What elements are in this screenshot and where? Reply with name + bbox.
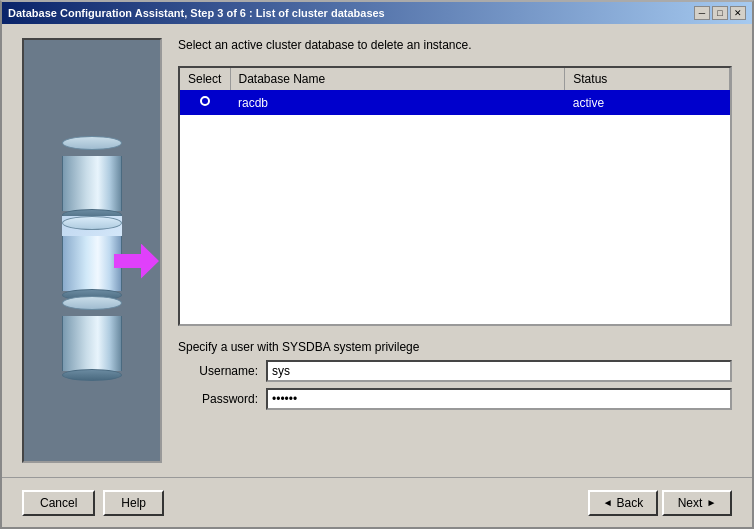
cancel-button[interactable]: Cancel <box>22 490 95 516</box>
bottom-right-buttons: ◄ Back Next ► <box>588 490 732 516</box>
cylinder-bottom-top <box>62 296 122 310</box>
username-row: Username: <box>178 360 732 382</box>
row-database-name: racdb <box>230 90 565 115</box>
pink-arrow-icon <box>114 244 159 279</box>
minimize-button[interactable]: ─ <box>694 6 710 20</box>
content-area: Select an active cluster database to del… <box>2 24 752 477</box>
password-label: Password: <box>178 392 258 406</box>
right-panel: Select an active cluster database to del… <box>178 38 732 463</box>
cylinder-middle-top <box>62 216 122 230</box>
sysdba-section: Specify a user with SYSDBA system privil… <box>178 340 732 416</box>
title-bar: Database Configuration Assistant, Step 3… <box>2 2 752 24</box>
row-status: active <box>565 90 730 115</box>
sysdba-label: Specify a user with SYSDBA system privil… <box>178 340 732 354</box>
db-cylinder-top <box>62 136 122 206</box>
cylinder-top-ellipse <box>62 136 122 150</box>
bottom-left-buttons: Cancel Help <box>22 490 164 516</box>
password-row: Password: <box>178 388 732 410</box>
table-row[interactable]: racdb active <box>180 90 730 115</box>
db-cylinder-middle <box>62 216 122 286</box>
cylinder-body <box>62 156 122 211</box>
window-title: Database Configuration Assistant, Step 3… <box>8 7 385 19</box>
middle-cylinder-group <box>62 216 122 286</box>
db-cylinder-bottom <box>62 296 122 366</box>
instruction-text: Select an active cluster database to del… <box>178 38 732 52</box>
col-select: Select <box>180 68 230 90</box>
table-header-row: Select Database Name Status <box>180 68 730 90</box>
illustration-panel <box>22 38 162 463</box>
arrow-container <box>114 244 159 279</box>
cluster-db-table[interactable]: Select Database Name Status racdb active <box>178 66 732 326</box>
main-window: Database Configuration Assistant, Step 3… <box>0 0 754 529</box>
cylinder-middle-body <box>62 236 122 291</box>
next-arrow-icon: ► <box>706 497 716 508</box>
col-database-name: Database Name <box>230 68 565 90</box>
next-label: Next <box>678 496 703 510</box>
username-field[interactable] <box>266 360 732 382</box>
row-select-cell[interactable] <box>180 90 230 115</box>
back-button[interactable]: ◄ Back <box>588 490 658 516</box>
cylinder-bottom-bottom <box>62 369 122 381</box>
bottom-bar: Cancel Help ◄ Back Next ► <box>2 477 752 527</box>
maximize-button[interactable]: □ <box>712 6 728 20</box>
radio-button[interactable] <box>198 94 212 108</box>
close-button[interactable]: ✕ <box>730 6 746 20</box>
title-bar-buttons: ─ □ ✕ <box>694 6 746 20</box>
db-icons-group <box>62 126 122 376</box>
help-button[interactable]: Help <box>103 490 164 516</box>
next-button[interactable]: Next ► <box>662 490 732 516</box>
username-label: Username: <box>178 364 258 378</box>
password-field[interactable] <box>266 388 732 410</box>
back-arrow-icon: ◄ <box>603 497 613 508</box>
col-status: Status <box>565 68 730 90</box>
cylinder-bottom-body <box>62 316 122 371</box>
back-label: Back <box>617 496 644 510</box>
